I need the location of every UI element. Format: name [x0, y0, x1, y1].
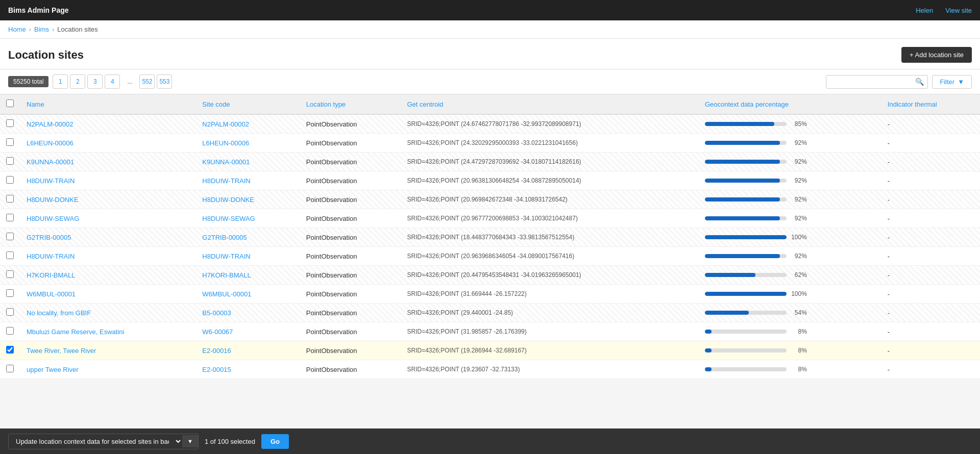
- row-name-link[interactable]: Twee River, Twee River: [27, 347, 96, 355]
- row-indicator: -: [881, 304, 980, 322]
- app-title: Bims Admin Page: [8, 6, 69, 14]
- row-checkbox[interactable]: [6, 308, 14, 316]
- view-site-link[interactable]: View site: [945, 7, 972, 14]
- row-centroid: SRID=4326;POINT (31.669444 -26.157222): [401, 285, 699, 304]
- top-nav: Bims Admin Page Helen View site: [0, 0, 980, 20]
- row-name-link[interactable]: K9UNNA-00001: [27, 158, 74, 166]
- row-name-link[interactable]: No locality, from GBIF: [27, 309, 91, 317]
- row-checkbox[interactable]: [6, 119, 14, 127]
- row-centroid: SRID=4326;POINT (20.44795453548431 -34.0…: [401, 266, 699, 285]
- row-checkbox[interactable]: [6, 365, 14, 372]
- col-indicator[interactable]: Indicator thermal: [881, 94, 980, 114]
- table-row: Mbuluzi Game Reserve, EswatiniW6-00067Po…: [0, 322, 980, 341]
- row-location-type: PointObservation: [300, 153, 401, 171]
- col-centroid[interactable]: Get centroid: [401, 94, 699, 114]
- row-site-code-link[interactable]: H8DUIW-TRAIN: [202, 253, 250, 260]
- row-name-link[interactable]: Mbuluzi Game Reserve, Eswatini: [27, 328, 124, 336]
- row-checkbox[interactable]: [6, 176, 14, 184]
- row-centroid: SRID=4326;POINT (20.96777200698853 -34.1…: [401, 209, 699, 228]
- page-btn-552[interactable]: 552: [139, 74, 155, 89]
- row-site-code-link[interactable]: H8DUIW-TRAIN: [202, 177, 250, 185]
- search-icon: 🔍: [915, 78, 924, 86]
- row-site-code-link[interactable]: H8DUIW-SEWAG: [202, 215, 255, 222]
- row-geocontext-pct: 8%: [699, 360, 881, 379]
- row-site-code-link[interactable]: B5-00003: [202, 309, 231, 317]
- table-row: N2PALM-00002N2PALM-00002PointObservation…: [0, 114, 980, 134]
- row-checkbox[interactable]: [6, 327, 14, 335]
- top-nav-right: Helen View site: [916, 7, 972, 14]
- row-name-link[interactable]: H8DUIW-TRAIN: [27, 253, 75, 260]
- row-indicator: -: [881, 228, 980, 247]
- row-name-link[interactable]: upper Twee River: [27, 366, 79, 373]
- row-indicator: -: [881, 247, 980, 266]
- row-site-code-link[interactable]: H8DUIW-DONKE: [202, 196, 254, 204]
- row-centroid: SRID=4326;POINT (19.286944 -32.689167): [401, 341, 699, 360]
- row-checkbox[interactable]: [6, 157, 14, 165]
- select-all-checkbox[interactable]: [6, 99, 14, 107]
- breadcrumb-bims[interactable]: Bims: [34, 26, 49, 33]
- row-checkbox[interactable]: [6, 289, 14, 297]
- search-box: 🔍: [826, 75, 928, 89]
- row-checkbox[interactable]: [6, 214, 14, 221]
- table-row: H8DUIW-TRAINH8DUIW-TRAINPointObservation…: [0, 247, 980, 266]
- row-geocontext-pct: 92%: [699, 153, 881, 171]
- row-site-code-link[interactable]: N2PALM-00002: [202, 120, 249, 128]
- row-geocontext-pct: 92%: [699, 190, 881, 209]
- filter-button[interactable]: Filter ▼: [932, 75, 972, 89]
- page-btn-2[interactable]: 2: [70, 74, 85, 89]
- page-header: Location sites + Add location site: [0, 39, 980, 69]
- row-site-code-link[interactable]: W6MBUL-00001: [202, 290, 251, 298]
- row-site-code-link[interactable]: E2-00016: [202, 347, 231, 355]
- progress-label: 92%: [791, 196, 807, 203]
- row-name-link[interactable]: G2TRIB-00005: [27, 234, 71, 241]
- row-geocontext-pct: 54%: [699, 304, 881, 322]
- row-indicator: -: [881, 153, 980, 171]
- row-centroid: SRID=4326;POINT (18.4483770684343 -33.98…: [401, 228, 699, 247]
- col-site-code[interactable]: Site code: [196, 94, 300, 114]
- row-checkbox[interactable]: [6, 195, 14, 203]
- row-site-code-link[interactable]: L6HEUN-00006: [202, 139, 249, 147]
- row-checkbox[interactable]: [6, 251, 14, 259]
- row-indicator: -: [881, 171, 980, 190]
- row-name-link[interactable]: L6HEUN-00006: [27, 139, 74, 147]
- progress-label: 92%: [791, 177, 807, 184]
- page-btn-553[interactable]: 553: [157, 74, 172, 89]
- row-name-link[interactable]: H7KORI-BMALL: [27, 271, 75, 279]
- row-name-link[interactable]: W6MBUL-00001: [27, 290, 76, 298]
- breadcrumb-home[interactable]: Home: [8, 26, 26, 33]
- search-input[interactable]: [826, 75, 928, 89]
- progress-label: 8%: [791, 347, 807, 354]
- row-geocontext-pct: 92%: [699, 247, 881, 266]
- page-btn-1[interactable]: 1: [53, 74, 68, 89]
- table-row: No locality, from GBIFB5-00003PointObser…: [0, 304, 980, 322]
- row-site-code-link[interactable]: E2-00015: [202, 366, 231, 373]
- row-site-code-link[interactable]: W6-00067: [202, 328, 233, 336]
- col-geocontext[interactable]: Geocontext data percentage: [699, 94, 881, 114]
- row-name-link[interactable]: H8DUIW-DONKE: [27, 196, 79, 204]
- row-checkbox[interactable]: [6, 138, 14, 146]
- row-location-type: PointObservation: [300, 285, 401, 304]
- progress-label: 8%: [791, 366, 807, 373]
- page-btn-4[interactable]: 4: [105, 74, 120, 89]
- col-name[interactable]: Name: [20, 94, 196, 114]
- breadcrumb-sep2: ›: [52, 26, 54, 33]
- row-location-type: PointObservation: [300, 341, 401, 360]
- row-geocontext-pct: 92%: [699, 134, 881, 153]
- page-btn-3[interactable]: 3: [87, 74, 103, 89]
- row-location-type: PointObservation: [300, 134, 401, 153]
- table-row: H8DUIW-TRAINH8DUIW-TRAINPointObservation…: [0, 171, 980, 190]
- add-location-site-button[interactable]: + Add location site: [901, 47, 972, 63]
- user-link[interactable]: Helen: [916, 7, 933, 14]
- col-location-type[interactable]: Location type: [300, 94, 401, 114]
- row-site-code-link[interactable]: K9UNNA-00001: [202, 158, 250, 166]
- row-geocontext-pct: 85%: [699, 114, 881, 134]
- row-checkbox[interactable]: [6, 346, 14, 354]
- row-site-code-link[interactable]: H7KORI-BMALL: [202, 271, 251, 279]
- row-site-code-link[interactable]: G2TRIB-00005: [202, 234, 247, 241]
- row-checkbox[interactable]: [6, 233, 14, 240]
- row-checkbox[interactable]: [6, 270, 14, 278]
- row-name-link[interactable]: N2PALM-00002: [27, 120, 74, 128]
- row-name-link[interactable]: H8DUIW-SEWAG: [27, 215, 79, 222]
- row-name-link[interactable]: H8DUIW-TRAIN: [27, 177, 75, 185]
- progress-label: 100%: [791, 290, 807, 297]
